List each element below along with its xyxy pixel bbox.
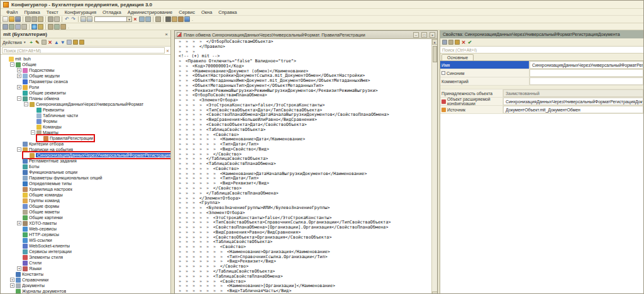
sort-icon[interactable] [442, 40, 447, 45]
find-replace-icon[interactable] [87, 16, 92, 22]
syntax-check-icon[interactable] [165, 16, 171, 22]
tree-item[interactable]: WebSocket-клиенты [1, 243, 170, 249]
toolbar-overflow-icon[interactable]: . [192, 17, 193, 21]
update-db-config-icon[interactable] [54, 24, 60, 30]
collapse-icon[interactable]: − [10, 62, 14, 67]
tree-item[interactable]: Определяемые типы [1, 181, 170, 186]
menu-item[interactable]: Правка [21, 9, 43, 15]
toolbar-overflow-icon[interactable]: . [68, 25, 69, 29]
tree-item[interactable]: Стили [1, 260, 170, 266]
copy-icon[interactable] [31, 16, 37, 22]
tree-item[interactable]: Группы команд [1, 198, 170, 203]
tree-item[interactable]: +Языки [1, 266, 170, 271]
actions-menu-button[interactable]: Действия [3, 40, 22, 45]
tree-item[interactable]: Общие команды [1, 192, 170, 198]
collapse-icon[interactable]: − [24, 102, 28, 106]
xml-editor[interactable]: »»»»</ОтборПоСвойствамОбъекта>»»»</Прави… [175, 39, 431, 294]
close-icon[interactable]: × [165, 31, 168, 37]
tree-item[interactable]: Реквизиты [1, 107, 170, 113]
minimize-icon[interactable]: – [413, 32, 419, 38]
scroll-down-icon[interactable]: ▼ [432, 291, 438, 294]
tree-item[interactable]: +Справочники [1, 277, 170, 283]
property-value[interactable]: СинхронизацияДанныхЧерезУниверсальныйФор… [530, 61, 643, 69]
tree-item[interactable]: Команды [1, 124, 170, 130]
tree-item[interactable]: +Документы [1, 283, 170, 288]
compare-merge-icon[interactable] [9, 24, 14, 30]
all-functions-icon[interactable] [21, 24, 27, 30]
tree-item[interactable]: Элементы стиля [1, 254, 170, 260]
paste-icon[interactable] [38, 16, 43, 22]
tree-item[interactable]: Журналы документов [1, 288, 170, 294]
tree-item[interactable]: −СинхронизацияДанныхЧерезУниверсальныйФо… [1, 101, 170, 107]
properties-icon[interactable] [67, 40, 72, 45]
edit-icon[interactable]: ✎ [35, 40, 40, 45]
check-modules-icon[interactable] [48, 24, 53, 30]
expand-icon[interactable]: + [10, 283, 14, 288]
tree-item[interactable]: Параметры сеанса [1, 79, 170, 84]
open-document-icon[interactable] [9, 16, 14, 22]
explorer-search-input[interactable] [2, 47, 165, 54]
property-value[interactable]: СинхронизацияДанныхЧерезУниверсальныйФор… [503, 98, 643, 105]
menu-item[interactable]: Справка [215, 9, 240, 15]
menu-item[interactable]: Сервис [175, 9, 198, 15]
configuration-icon[interactable] [3, 24, 8, 30]
save-icon[interactable] [15, 16, 21, 22]
tree-item[interactable]: +XDTO-пакеты [1, 220, 170, 226]
menu-item[interactable]: Текст [43, 9, 62, 15]
scroll-up-icon[interactable]: ▲ [432, 39, 438, 45]
global-search-icon[interactable] [139, 16, 145, 22]
calendar-icon[interactable] [178, 16, 184, 22]
tree-item[interactable]: Web-сервисы [1, 226, 170, 232]
db-structure-icon[interactable] [15, 24, 21, 30]
tree-item[interactable]: Табличные части [1, 113, 170, 118]
menu-item[interactable]: Конфигурация [62, 9, 99, 15]
collapse-icon[interactable]: − [31, 130, 35, 135]
chevron-down-icon[interactable]: ▼ [127, 16, 132, 22]
tree-item[interactable]: Сервисы интеграции [1, 249, 170, 254]
tree-item[interactable]: ПравилаРегистрации [1, 135, 170, 141]
cut-icon[interactable] [25, 16, 31, 22]
menu-item[interactable]: Окна [198, 9, 215, 15]
tree-item[interactable]: Критерии отбора [1, 141, 170, 147]
templates-icon[interactable] [155, 16, 161, 22]
move-up-icon[interactable]: ▲ [54, 40, 59, 45]
tree-item[interactable]: СинхронизацияДанныхЧерезУниверсальныйФор… [1, 152, 170, 158]
filter-off-icon[interactable] [79, 40, 84, 45]
filter-icon[interactable] [73, 40, 78, 45]
properties-search-input[interactable] [440, 47, 643, 53]
property-value[interactable] [530, 69, 643, 77]
quick-search-input[interactable] [94, 16, 127, 22]
maximize-icon[interactable]: □ [421, 32, 427, 38]
collapse-icon[interactable]: − [17, 147, 21, 152]
tree-item[interactable]: −Планы обмена [1, 96, 170, 101]
tab-main[interactable]: Основные [441, 54, 474, 60]
undo-icon[interactable]: ↶ [64, 16, 70, 22]
tree-item[interactable]: Константы [1, 271, 170, 277]
start-debugging-icon[interactable] [31, 24, 37, 30]
tree-item[interactable]: Формы [1, 118, 170, 124]
delete-icon[interactable]: ✕ [48, 40, 53, 45]
checkbox[interactable] [441, 71, 445, 75]
property-value[interactable] [530, 77, 643, 85]
move-down-icon[interactable]: ▼ [60, 40, 65, 45]
new-document-icon[interactable] [3, 16, 8, 22]
expand-icon[interactable]: + [17, 85, 21, 89]
expand-icon[interactable]: + [17, 68, 21, 72]
duplicate-icon[interactable] [42, 40, 47, 45]
extensions-icon[interactable] [60, 24, 66, 30]
calculator-icon[interactable] [172, 16, 177, 22]
tree-item[interactable]: Общие картинки [1, 215, 170, 220]
add-icon[interactable]: + [29, 40, 34, 45]
expand-icon[interactable]: + [10, 278, 14, 282]
expand-icon[interactable]: + [17, 221, 21, 225]
pin-icon[interactable] [448, 40, 453, 45]
tree-item[interactable]: Регламентные задания [1, 158, 170, 164]
info-icon[interactable] [184, 16, 190, 22]
print-preview-icon[interactable] [54, 16, 60, 22]
menu-item[interactable]: Администрирование [125, 9, 176, 15]
property-value[interactable]: ДокументОбъект.mit_ДокументОбмен [503, 106, 643, 113]
expand-icon[interactable]: + [17, 266, 21, 271]
tree-item[interactable]: −Макеты [1, 130, 170, 135]
clear-icon[interactable]: ✕ [461, 40, 466, 45]
tree-item[interactable]: Хранилища настроек [1, 186, 170, 192]
